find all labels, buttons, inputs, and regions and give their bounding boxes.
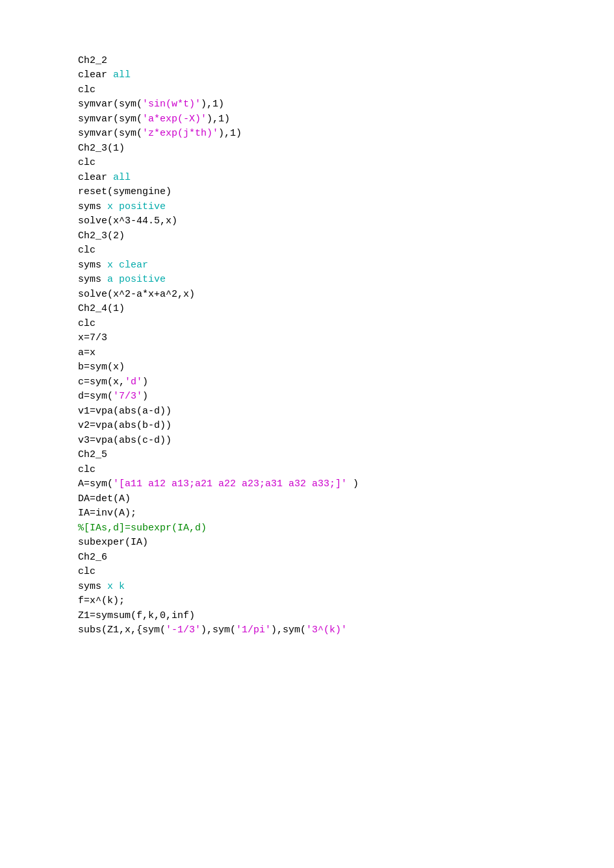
code-token: ),sym( <box>201 625 236 636</box>
code-token: x=7/3 <box>78 332 107 343</box>
code-token: '3^(k)' <box>306 625 347 636</box>
code-line: Ch2_6 <box>78 551 614 565</box>
code-line: clc <box>78 463 614 478</box>
code-line: d=sym('7/3') <box>78 390 614 404</box>
code-token: solve(x^3-44.5,x) <box>78 216 177 227</box>
code-token: a positive <box>101 274 166 285</box>
code-token: DA=det(A) <box>78 493 131 504</box>
code-token: 'd' <box>125 377 142 388</box>
code-line: A=sym('[a11 a12 a13;a21 a22 a23;a31 a32 … <box>78 477 614 492</box>
code-token: Z1=symsum(f,k,0,inf) <box>78 610 195 621</box>
code-token: '[a11 a12 a13;a21 a22 a23;a31 a32 a33;]' <box>113 478 347 490</box>
code-token: x positive <box>101 201 166 212</box>
code-token: v3=vpa(abs(c-d)) <box>78 435 172 446</box>
code-token: ),1) <box>218 128 242 139</box>
code-token: subexper(IA) <box>78 537 148 548</box>
code-line: Z1=symsum(f,k,0,inf) <box>78 609 614 624</box>
code-token: ),sym( <box>271 625 306 636</box>
code-token: c=sym(x, <box>78 377 125 388</box>
code-token: Ch2_6 <box>78 552 107 563</box>
code-line: reset(symengine) <box>78 185 614 200</box>
code-token: %[IAs,d]=subexpr(IA,d) <box>78 523 207 534</box>
code-line: syms x k <box>78 580 614 595</box>
code-token: IA=inv(A); <box>78 508 136 519</box>
code-token: clc <box>78 566 96 577</box>
code-line: symvar(sym('a*exp(-X)'),1) <box>78 112 614 127</box>
code-line: v1=vpa(abs(a-d)) <box>78 404 614 419</box>
code-line: clear all <box>78 68 614 83</box>
code-token: symvar(sym( <box>78 114 142 125</box>
code-token: b=sym(x) <box>78 362 125 373</box>
code-line: Ch2_3(1) <box>78 142 614 156</box>
code-token: Ch2_4(1) <box>78 303 125 314</box>
code-token: '1/pi' <box>236 625 271 636</box>
code-token: A=sym( <box>78 478 113 490</box>
code-token: symvar(sym( <box>78 128 142 139</box>
code-line: clc <box>78 83 614 98</box>
code-token: symvar(sym( <box>78 99 142 110</box>
code-line: x=7/3 <box>78 331 614 346</box>
code-token: syms <box>78 201 101 212</box>
code-token: x clear <box>101 260 148 271</box>
code-line: clc <box>78 317 614 332</box>
code-token: ) <box>142 391 148 402</box>
code-token: v2=vpa(abs(b-d)) <box>78 420 172 431</box>
code-line: a=x <box>78 346 614 361</box>
code-token: all <box>107 69 131 81</box>
code-line: syms x positive <box>78 200 614 215</box>
code-token: x k <box>101 581 125 592</box>
code-token: '7/3' <box>113 391 142 402</box>
code-token: all <box>107 172 131 183</box>
code-line: symvar(sym('sin(w*t)'),1) <box>78 97 614 112</box>
code-token: ),1) <box>201 99 224 110</box>
code-line: Ch2_3(2) <box>78 229 614 244</box>
code-token: clc <box>78 245 96 256</box>
code-line: subexper(IA) <box>78 536 614 551</box>
code-token: syms <box>78 260 101 271</box>
code-token: d=sym( <box>78 391 113 402</box>
code-line: syms a positive <box>78 273 614 288</box>
code-line: %[IAs,d]=subexpr(IA,d) <box>78 521 614 536</box>
code-line: Ch2_2 <box>78 54 614 69</box>
code-token: Ch2_3(2) <box>78 230 125 242</box>
code-token: subs(Z1,x,{sym( <box>78 625 166 636</box>
code-line: Ch2_5 <box>78 448 614 463</box>
code-token: clear <box>78 69 107 81</box>
code-token: reset(symengine) <box>78 186 172 197</box>
code-line: clc <box>78 243 614 258</box>
code-line: solve(x^2-a*x+a^2,x) <box>78 288 614 303</box>
code-line: f=x^(k); <box>78 594 614 609</box>
code-line: clc <box>78 156 614 171</box>
code-token: clc <box>78 84 96 95</box>
code-token: syms <box>78 581 101 592</box>
code-token: clc <box>78 157 96 168</box>
code-token: 'sin(w*t)' <box>142 99 201 110</box>
code-line: syms x clear <box>78 258 614 273</box>
code-line: c=sym(x,'d') <box>78 375 614 390</box>
code-token: clc <box>78 464 96 475</box>
code-token: clc <box>78 318 96 329</box>
code-line: Ch2_4(1) <box>78 302 614 317</box>
code-token: ) <box>347 478 359 490</box>
code-token: solve(x^2-a*x+a^2,x) <box>78 289 195 300</box>
code-token: Ch2_3(1) <box>78 143 125 154</box>
code-editor: Ch2_2clear allclcsymvar(sym('sin(w*t)'),… <box>78 39 614 638</box>
code-line: b=sym(x) <box>78 360 614 375</box>
code-token: '-1/3' <box>166 625 201 636</box>
code-line: symvar(sym('z*exp(j*th)'),1) <box>78 127 614 142</box>
code-token: f=x^(k); <box>78 595 125 606</box>
code-token: Ch2_5 <box>78 449 107 460</box>
code-token: v1=vpa(abs(a-d)) <box>78 406 172 417</box>
code-line: solve(x^3-44.5,x) <box>78 214 614 229</box>
code-token: 'z*exp(j*th)' <box>142 128 218 139</box>
code-token: 'a*exp(-X)' <box>142 114 207 125</box>
code-line: clc <box>78 565 614 580</box>
code-token: Ch2_2 <box>78 55 107 66</box>
code-line: subs(Z1,x,{sym('-1/3'),sym('1/pi'),sym('… <box>78 623 614 638</box>
code-line: v2=vpa(abs(b-d)) <box>78 419 614 434</box>
code-token: clear <box>78 172 107 183</box>
code-line: DA=det(A) <box>78 492 614 507</box>
code-token: syms <box>78 274 101 285</box>
code-token: ),1) <box>207 114 230 125</box>
code-line: clear all <box>78 171 614 186</box>
